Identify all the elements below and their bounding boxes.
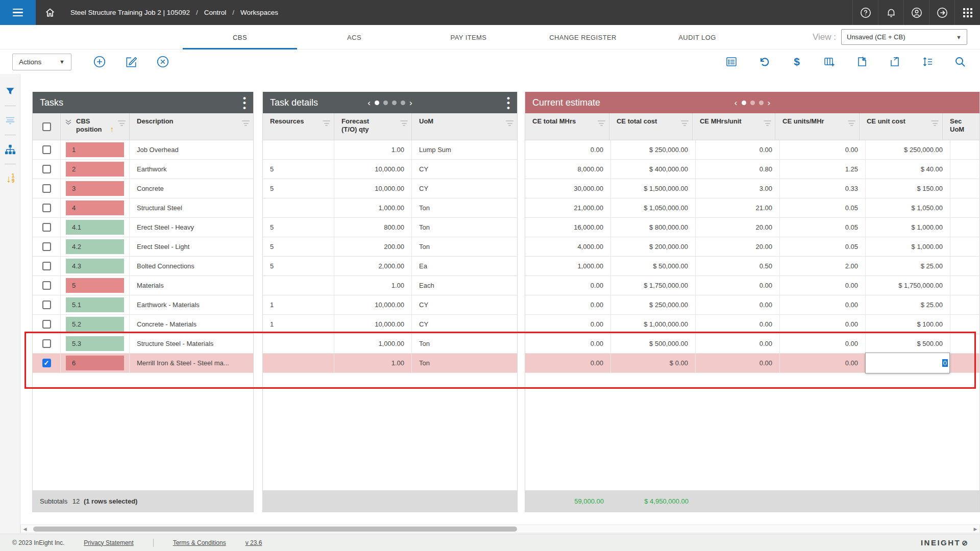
- table-row[interactable]: 16,000.00$ 800,000.0020.000.05$ 1,000.00: [525, 218, 979, 237]
- table-row[interactable]: 52,000.00Ea: [263, 257, 517, 276]
- tab-pay-items[interactable]: PAY ITEMS: [411, 25, 526, 49]
- filter-list-icon[interactable]: [0, 110, 20, 131]
- table-row[interactable]: 1,000.00Ton: [263, 198, 517, 218]
- export-document-icon[interactable]: [888, 55, 901, 68]
- scrollbar-thumb[interactable]: [33, 527, 517, 532]
- filter-menu-icon[interactable]: [242, 120, 250, 126]
- kebab-menu-icon[interactable]: •••: [505, 96, 512, 110]
- column-header-ce-total-cost[interactable]: CE total cost: [609, 113, 693, 140]
- table-row[interactable]: 510,000.00CY: [263, 160, 517, 179]
- insert-column-icon[interactable]: [823, 55, 836, 68]
- table-row[interactable]: 0.00$ 500,000.000.000.00$ 500.00: [525, 334, 979, 354]
- table-row[interactable]: 4.3Bolted Connections: [33, 257, 253, 276]
- row-checkbox[interactable]: [42, 242, 51, 251]
- breadcrumb-control[interactable]: Control: [204, 9, 227, 16]
- tab-cbs[interactable]: CBS: [183, 25, 297, 49]
- column-header-ce-unit-cost[interactable]: CE unit cost: [860, 113, 943, 140]
- filter-menu-icon[interactable]: [598, 120, 605, 126]
- page-prev-icon[interactable]: ‹: [734, 98, 738, 107]
- summary-view-icon[interactable]: [725, 55, 738, 68]
- table-row[interactable]: 110,000.00CY: [263, 315, 517, 334]
- row-checkbox[interactable]: ✓: [42, 359, 51, 367]
- tab-audit-log[interactable]: AUDIT LOG: [640, 25, 754, 49]
- view-dropdown[interactable]: Unsaved (CE + CB) ▼: [841, 29, 967, 45]
- sort-numeric-icon[interactable]: ↓19: [0, 168, 20, 189]
- table-row[interactable]: 0.00$ 0.000.000.000: [525, 354, 979, 373]
- logout-icon[interactable]: [929, 0, 954, 25]
- terms-conditions-link[interactable]: Terms & Conditions: [173, 539, 226, 546]
- row-checkbox[interactable]: [42, 281, 51, 290]
- table-row[interactable]: 0.00$ 250,000.000.000.00$ 25.00: [525, 295, 979, 315]
- row-checkbox[interactable]: [42, 300, 51, 309]
- scroll-left-icon[interactable]: ◀: [21, 527, 29, 532]
- filter-menu-icon[interactable]: [848, 120, 855, 126]
- row-checkbox[interactable]: [42, 262, 51, 270]
- page-next-icon[interactable]: ›: [409, 98, 412, 107]
- horizontal-scrollbar[interactable]: ◀ ▶: [20, 524, 980, 533]
- column-header-uom[interactable]: UoM: [412, 113, 517, 140]
- breadcrumb-project[interactable]: Steel Structure Training Job 2 | 105092: [70, 9, 190, 16]
- filter-menu-icon[interactable]: [118, 120, 126, 126]
- table-row[interactable]: 1.00Each: [263, 276, 517, 295]
- table-row[interactable]: 0.00$ 250,000.000.000.00$ 250,000.00: [525, 140, 979, 160]
- column-header-description[interactable]: Description: [130, 113, 253, 140]
- table-row[interactable]: 8,000.00$ 400,000.000.801.25$ 40.00: [525, 160, 979, 179]
- select-all-checkbox[interactable]: [33, 113, 61, 140]
- table-row[interactable]: 4Structural Steel: [33, 198, 253, 218]
- account-icon[interactable]: [903, 0, 929, 25]
- table-row[interactable]: 5200.00Ton: [263, 237, 517, 257]
- row-checkbox[interactable]: [42, 339, 51, 348]
- version-link[interactable]: v 23.6: [246, 539, 262, 546]
- breadcrumb-workspaces[interactable]: Workspaces: [240, 9, 278, 16]
- tab-acs[interactable]: ACS: [297, 25, 411, 49]
- table-row[interactable]: 5Materials: [33, 276, 253, 295]
- page-next-icon[interactable]: ›: [768, 98, 771, 107]
- row-checkbox[interactable]: [42, 165, 51, 173]
- column-header-resources[interactable]: Resources: [263, 113, 334, 140]
- edit-row-icon[interactable]: [125, 55, 138, 68]
- delete-row-icon[interactable]: [156, 55, 169, 68]
- notifications-icon[interactable]: [878, 0, 903, 25]
- filter-menu-icon[interactable]: [506, 120, 513, 126]
- column-header-ce-total-mhrs[interactable]: CE total MHrs: [525, 113, 609, 140]
- column-header-forecast-qty[interactable]: Forecast (T/O) qty: [334, 113, 412, 140]
- table-row[interactable]: 21,000.00$ 1,050,000.0021.000.05$ 1,050.…: [525, 198, 979, 218]
- tab-change-register[interactable]: CHANGE REGISTER: [526, 25, 640, 49]
- column-header-ce-mhrs-unit[interactable]: CE MHrs/unit: [693, 113, 775, 140]
- currency-icon[interactable]: $: [790, 55, 803, 68]
- table-row[interactable]: 1,000.00Ton: [263, 334, 517, 354]
- filter-menu-icon[interactable]: [681, 120, 689, 126]
- table-row[interactable]: 3Concrete: [33, 179, 253, 198]
- cell-edit-input[interactable]: 0: [865, 353, 950, 373]
- table-row[interactable]: 510,000.00CY: [263, 179, 517, 198]
- page-prev-icon[interactable]: ‹: [368, 98, 371, 107]
- privacy-statement-link[interactable]: Privacy Statement: [84, 539, 133, 546]
- filter-menu-icon[interactable]: [323, 120, 330, 126]
- column-header-cbs-position[interactable]: CBS position ↑: [61, 113, 130, 140]
- row-checkbox[interactable]: [42, 320, 51, 329]
- row-height-icon[interactable]: [921, 55, 934, 68]
- filter-menu-icon[interactable]: [931, 120, 939, 126]
- import-document-icon[interactable]: [855, 55, 869, 68]
- actions-button[interactable]: Actions ▼: [12, 54, 71, 70]
- table-row[interactable]: 1.00Lump Sum: [263, 140, 517, 160]
- table-row[interactable]: 1,000.00$ 50,000.000.502.00$ 25.00: [525, 257, 979, 276]
- row-checkbox[interactable]: [42, 223, 51, 232]
- table-row[interactable]: 4.2Erect Steel - Light: [33, 237, 253, 257]
- apps-grid-icon[interactable]: [954, 0, 980, 25]
- kebab-menu-icon[interactable]: •••: [241, 96, 248, 110]
- scroll-right-icon[interactable]: ▶: [971, 527, 979, 532]
- table-row[interactable]: 5.2Concrete - Materials: [33, 315, 253, 334]
- table-row[interactable]: ✓6Merrill Iron & Steel - Steel ma...: [33, 354, 253, 373]
- help-icon[interactable]: [852, 0, 878, 25]
- table-row[interactable]: 4.1Erect Steel - Heavy: [33, 218, 253, 237]
- table-row[interactable]: 4,000.00$ 200,000.0020.000.05$ 1,000.00: [525, 237, 979, 257]
- filter-menu-icon[interactable]: [400, 120, 408, 126]
- undo-icon[interactable]: [757, 55, 771, 68]
- table-row[interactable]: 1Job Overhead: [33, 140, 253, 160]
- hierarchy-icon[interactable]: [0, 139, 20, 160]
- row-checkbox[interactable]: [42, 145, 51, 154]
- table-row[interactable]: 5.3Structure Steel - Materials: [33, 334, 253, 354]
- table-row[interactable]: 110,000.00CY: [263, 295, 517, 315]
- add-row-icon[interactable]: [93, 55, 106, 68]
